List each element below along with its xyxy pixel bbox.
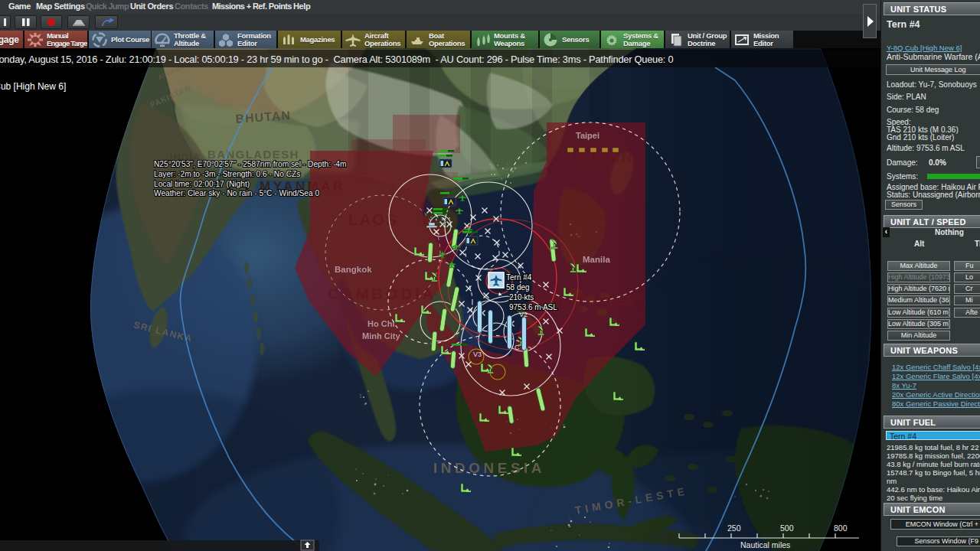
svg-text:BANGLADESH: BANGLADESH [207, 148, 299, 161]
svg-text:58 deg: 58 deg [506, 283, 530, 292]
svg-text:210 kts: 210 kts [509, 293, 534, 302]
svg-text:Local time: 02:00:17 (Night): Local time: 02:00:17 (Night) [154, 180, 250, 188]
svg-text:800: 800 [834, 523, 848, 533]
svg-text:INDONESIA: INDONESIA [433, 460, 545, 476]
svg-text:250: 250 [727, 523, 741, 533]
svg-text:Taipei: Taipei [576, 131, 599, 140]
svg-text:V2: V2 [519, 311, 528, 318]
svg-text:Bangkok: Bangkok [335, 265, 372, 274]
svg-text:N25°20'53", E70°02'57" - 2587n: N25°20'53", E70°02'57" - 2587nm from sel… [154, 160, 346, 168]
svg-text:Manila: Manila [583, 255, 610, 264]
svg-text:V3: V3 [473, 350, 482, 358]
svg-text:500: 500 [780, 523, 794, 533]
svg-text:Layer: -2m to -3m - Strength:: Layer: -2m to -3m - Strength: 0.6 - No C… [154, 170, 300, 178]
svg-text:9753.6 m ASL: 9753.6 m ASL [509, 303, 557, 311]
svg-text:Y-8Q Cub [High New 6]: Y-8Q Cub [High New 6] [0, 81, 66, 92]
svg-text:Tern #4: Tern #4 [506, 273, 532, 282]
svg-text:Ho Chi: Ho Chi [368, 319, 394, 328]
svg-text:Nautical miles: Nautical miles [740, 540, 790, 549]
svg-text:Minh City: Minh City [362, 331, 400, 341]
svg-text:Weather: Clear sky - No rain -: Weather: Clear sky - No rain - 5°C - Win… [154, 189, 320, 197]
svg-text:C: C [514, 344, 520, 351]
